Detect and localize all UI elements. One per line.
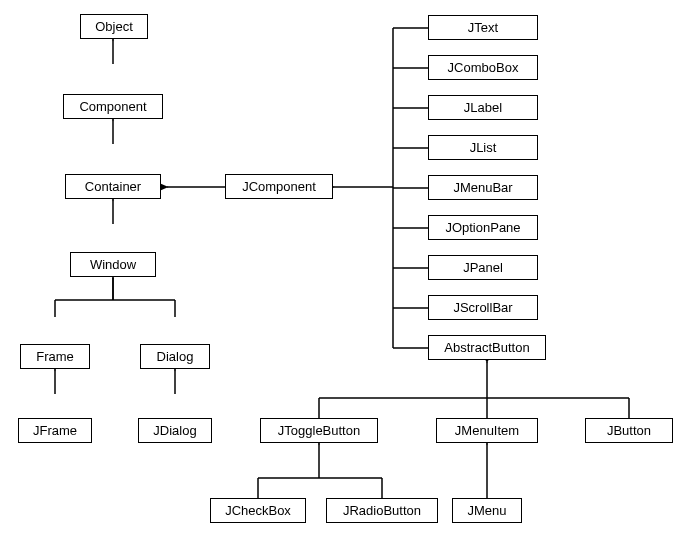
node-label: JMenuBar [453, 180, 512, 195]
node-label: JCheckBox [225, 503, 291, 518]
node-window: Window [70, 252, 156, 277]
node-label: Window [90, 257, 136, 272]
node-jtext: JText [428, 15, 538, 40]
node-jdialog: JDialog [138, 418, 212, 443]
node-joptionpane: JOptionPane [428, 215, 538, 240]
diagram-canvas: Object Component Container Window Frame … [0, 0, 700, 542]
node-label: Object [95, 19, 133, 34]
node-jcomponent: JComponent [225, 174, 333, 199]
node-jlabel: JLabel [428, 95, 538, 120]
node-label: Dialog [157, 349, 194, 364]
node-jcombobox: JComboBox [428, 55, 538, 80]
node-jpanel: JPanel [428, 255, 538, 280]
node-label: JScrollBar [453, 300, 512, 315]
node-jlist: JList [428, 135, 538, 160]
node-container: Container [65, 174, 161, 199]
node-label: JToggleButton [278, 423, 360, 438]
node-jmenuitem: JMenuItem [436, 418, 538, 443]
node-component: Component [63, 94, 163, 119]
node-object: Object [80, 14, 148, 39]
node-label: JRadioButton [343, 503, 421, 518]
node-label: Frame [36, 349, 74, 364]
node-jtogglebutton: JToggleButton [260, 418, 378, 443]
node-label: JDialog [153, 423, 196, 438]
node-jmenu: JMenu [452, 498, 522, 523]
node-jcheckbox: JCheckBox [210, 498, 306, 523]
node-label: Container [85, 179, 141, 194]
node-label: JComponent [242, 179, 316, 194]
node-label: JText [468, 20, 498, 35]
node-frame: Frame [20, 344, 90, 369]
node-jmenubar: JMenuBar [428, 175, 538, 200]
node-dialog: Dialog [140, 344, 210, 369]
node-jbutton: JButton [585, 418, 673, 443]
node-label: JLabel [464, 100, 502, 115]
node-label: AbstractButton [444, 340, 529, 355]
node-label: Component [79, 99, 146, 114]
node-jscrollbar: JScrollBar [428, 295, 538, 320]
node-jframe: JFrame [18, 418, 92, 443]
node-label: JMenu [467, 503, 506, 518]
node-abstractbutton: AbstractButton [428, 335, 546, 360]
node-label: JButton [607, 423, 651, 438]
node-label: JMenuItem [455, 423, 519, 438]
node-label: JComboBox [448, 60, 519, 75]
node-label: JList [470, 140, 497, 155]
node-label: JPanel [463, 260, 503, 275]
node-label: JFrame [33, 423, 77, 438]
node-jradiobutton: JRadioButton [326, 498, 438, 523]
node-label: JOptionPane [445, 220, 520, 235]
